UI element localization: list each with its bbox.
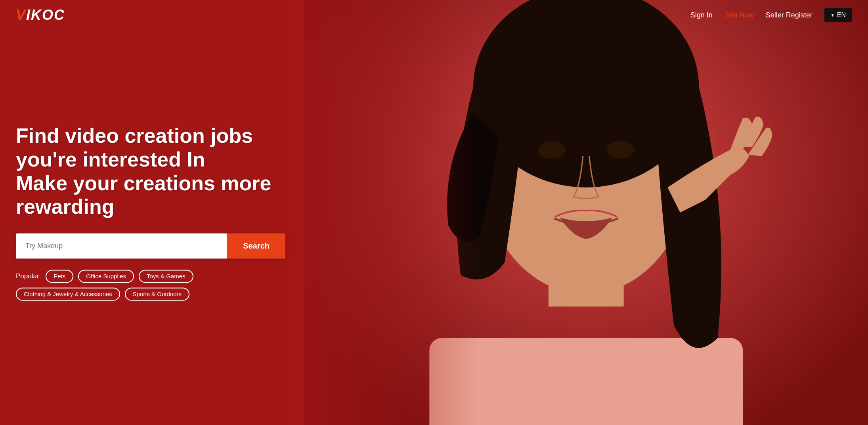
popular-tag[interactable]: Sports & Outdoors xyxy=(125,288,189,301)
search-bar: Search xyxy=(16,234,285,259)
search-button[interactable]: Search xyxy=(227,234,285,259)
popular-label: Popular: xyxy=(16,272,41,280)
hero-background xyxy=(304,0,868,425)
hero-section: V IKOC Sign In Join Now Seller Register … xyxy=(0,0,868,425)
svg-point-6 xyxy=(537,141,565,159)
language-selector[interactable]: ▼ EN xyxy=(824,8,852,22)
sign-in-link[interactable]: Sign In xyxy=(690,11,713,19)
popular-tag[interactable]: Clothing & Jewelry & Accessories xyxy=(16,288,120,301)
svg-point-7 xyxy=(606,141,634,159)
logo-text: IKOC xyxy=(26,8,65,22)
popular-tag[interactable]: Toys & Games xyxy=(139,270,193,283)
search-input[interactable] xyxy=(16,234,227,259)
language-label: EN xyxy=(837,11,846,19)
popular-tag[interactable]: Office Supplies xyxy=(78,270,134,283)
popular-row: Popular: PetsOffice SuppliesToys & Games… xyxy=(16,270,293,301)
logo-v-icon: V xyxy=(16,8,25,22)
hero-title-line2: Make your creations more rewarding xyxy=(16,172,271,218)
dropdown-arrow-icon: ▼ xyxy=(831,13,835,17)
join-now-link[interactable]: Join Now xyxy=(725,11,754,19)
svg-rect-2 xyxy=(429,338,743,425)
hero-title: Find video creation jobs you're interest… xyxy=(16,124,293,219)
hero-content: Find video creation jobs you're interest… xyxy=(16,124,293,301)
popular-tag[interactable]: Pets xyxy=(46,270,73,283)
seller-register-link[interactable]: Seller Register xyxy=(766,11,813,19)
navbar: V IKOC Sign In Join Now Seller Register … xyxy=(0,0,868,30)
nav-right: Sign In Join Now Seller Register ▼ EN xyxy=(690,8,852,22)
logo[interactable]: V IKOC xyxy=(16,8,65,22)
hero-title-line1: Find video creation jobs you're interest… xyxy=(16,124,253,171)
